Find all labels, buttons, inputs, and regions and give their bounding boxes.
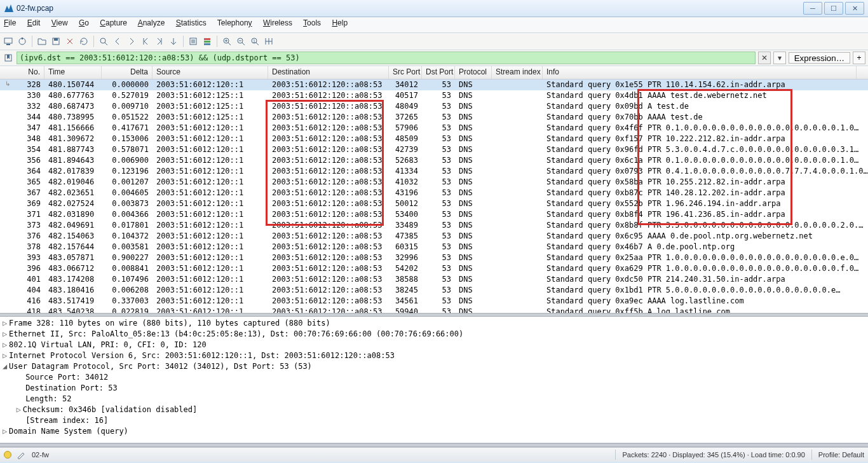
col-delta[interactable]: Delta — [102, 66, 153, 79]
packet-row[interactable]: 365482.0190460.0012072003:51:6012:120::1… — [0, 177, 868, 188]
menu-file[interactable]: File — [4, 18, 16, 27]
packet-row[interactable]: 376482.1540630.1043722003:51:6012:120::1… — [0, 231, 868, 242]
detail-eth[interactable]: ▷Ethernet II, Src: PaloAlto_05:8e:13 (b4… — [3, 329, 865, 340]
packet-row[interactable]: 348481.3096720.1530062003:51:6012:120::1… — [0, 134, 868, 144]
col-dstport[interactable]: Dst Port — [422, 66, 455, 79]
packet-row[interactable]: 416483.5174190.3370032003:51:6012:120::1… — [0, 296, 868, 307]
col-stream[interactable]: Stream index — [492, 66, 543, 79]
menu-tools[interactable]: Tools — [303, 18, 321, 27]
goto-first-icon[interactable] — [140, 36, 151, 47]
window-title: 02-fw.pcap — [17, 4, 803, 13]
toolbar: 1 — [0, 33, 868, 50]
zoom-reset-icon[interactable]: 1 — [249, 36, 261, 47]
svg-rect-0 — [4, 38, 12, 43]
menu-capture[interactable]: Capture — [100, 18, 127, 27]
goto-last-icon[interactable] — [154, 36, 165, 47]
svg-rect-5 — [54, 38, 58, 41]
reload-icon[interactable] — [78, 36, 90, 47]
packet-row[interactable]: 347481.1566660.4176712003:51:6012:120::1… — [0, 123, 868, 134]
goto-packet-icon[interactable] — [168, 36, 179, 47]
packet-row[interactable]: 393483.0578710.9002272003:51:6012:120::1… — [0, 252, 868, 263]
packet-rows[interactable]: 328480.1507440.0000002003:51:6012:120::1… — [0, 79, 868, 313]
minimize-button[interactable]: ─ — [803, 2, 822, 15]
maximize-button[interactable]: ☐ — [824, 2, 843, 15]
colorize-icon[interactable] — [201, 36, 213, 47]
menu-edit[interactable]: Edit — [27, 18, 41, 27]
packet-row[interactable]: 367482.0236510.0046052003:51:6012:120::1… — [0, 188, 868, 198]
packet-row[interactable]: 328480.1507440.0000002003:51:6012:120::1… — [0, 79, 868, 90]
resize-columns-icon[interactable] — [263, 36, 275, 47]
menu-analyze[interactable]: Analyze — [138, 18, 165, 27]
filter-dropdown-button[interactable]: ▾ — [773, 52, 786, 64]
packet-row[interactable]: 418483.5402380.0228192003:51:6012:120::1… — [0, 307, 868, 313]
packet-list-header[interactable]: No. Time Delta Source Destination Src Po… — [0, 66, 868, 79]
packet-row[interactable]: 401483.1742080.1074962003:51:6012:120::1… — [0, 274, 868, 285]
detail-udp-stream[interactable]: [Stream index: 16] — [3, 415, 865, 426]
status-profile[interactable]: Profile: Default — [818, 451, 864, 459]
filterbar: ✕ ▾ Expression… + — [0, 50, 868, 66]
goto-arrow-icon: ↳ — [5, 80, 10, 87]
packet-row[interactable]: 356481.8946430.0069002003:51:6012:120::1… — [0, 155, 868, 166]
capture-comment-icon[interactable] — [17, 450, 25, 459]
bookmark-filter-icon[interactable] — [3, 52, 14, 64]
menu-view[interactable]: View — [51, 18, 68, 27]
svg-rect-9 — [204, 41, 210, 43]
display-filter-input[interactable] — [17, 52, 756, 64]
col-srcport[interactable]: Src Port — [389, 66, 422, 79]
packet-row[interactable]: 373482.0496910.0178012003:51:6012:120::1… — [0, 220, 868, 231]
packet-row[interactable]: 396483.0667120.0088412003:51:6012:120::1… — [0, 263, 868, 274]
packet-row[interactable]: 364482.0178390.1231962003:51:6012:120::1… — [0, 166, 868, 177]
detail-ipv6[interactable]: ▷Internet Protocol Version 6, Src: 2003:… — [3, 350, 865, 361]
autoscroll-icon[interactable] — [187, 36, 199, 47]
clear-filter-button[interactable]: ✕ — [758, 52, 771, 64]
col-protocol[interactable]: Protocol — [455, 66, 492, 79]
packet-row[interactable]: 371482.0318900.0043662003:51:6012:120::1… — [0, 209, 868, 220]
detail-vlan[interactable]: ▷802.1Q Virtual LAN, PRI: 0, CFI: 0, ID:… — [3, 340, 865, 350]
detail-udp-checksum[interactable]: ▷Checksum: 0x346b [validation disabled] — [3, 404, 865, 415]
packet-row[interactable]: 369482.0275240.0038732003:51:6012:120::1… — [0, 198, 868, 209]
zoom-out-icon[interactable] — [235, 36, 247, 47]
capture-options-icon[interactable] — [17, 36, 28, 47]
svg-rect-8 — [204, 38, 210, 40]
expression-button[interactable]: Expression… — [789, 52, 850, 64]
menu-help[interactable]: Help — [332, 18, 348, 27]
detail-frame[interactable]: ▷Frame 328: 110 bytes on wire (880 bits)… — [3, 318, 865, 329]
close-file-icon[interactable] — [64, 36, 76, 47]
packet-row[interactable]: 332480.6874730.0097102003:51:6012:125::1… — [0, 101, 868, 112]
col-time[interactable]: Time — [44, 66, 102, 79]
menubar: File Edit View Go Capture Analyze Statis… — [0, 17, 868, 33]
packet-row[interactable]: 344480.7389950.0515222003:51:6012:125::1… — [0, 112, 868, 123]
detail-dns[interactable]: ▷Domain Name System (query) — [3, 426, 865, 437]
packet-details-pane[interactable]: ▷Frame 328: 110 bytes on wire (880 bits)… — [0, 317, 868, 443]
packet-row[interactable]: 354481.8877430.5780712003:51:6012:120::1… — [0, 144, 868, 155]
expert-info-led-icon[interactable] — [4, 451, 11, 459]
packet-row[interactable]: 330480.6777630.5270192003:51:6012:125::1… — [0, 90, 868, 101]
detail-udp-srcport[interactable]: Source Port: 34012 — [3, 372, 865, 383]
svg-point-6 — [100, 38, 105, 43]
detail-udp-dstport[interactable]: Destination Port: 53 — [3, 383, 865, 394]
save-icon[interactable] — [50, 36, 62, 47]
menu-telephony[interactable]: Telephony — [217, 18, 252, 27]
open-icon[interactable] — [36, 36, 48, 47]
packet-list-pane: ↳ No. Time Delta Source Destination Src … — [0, 66, 868, 313]
col-info[interactable]: Info — [543, 66, 857, 79]
zoom-in-icon[interactable] — [221, 36, 233, 47]
packet-row[interactable]: 404483.1804160.0062082003:51:6012:120::1… — [0, 285, 868, 296]
menu-go[interactable]: Go — [79, 18, 89, 27]
find-icon[interactable] — [98, 36, 109, 47]
detail-udp-length[interactable]: Length: 52 — [3, 394, 865, 404]
detail-udp[interactable]: ◢User Datagram Protocol, Src Port: 34012… — [3, 361, 865, 372]
add-filter-button[interactable]: + — [853, 52, 865, 64]
menu-statistics[interactable]: Statistics — [176, 18, 207, 27]
prev-icon[interactable] — [112, 36, 123, 47]
col-no[interactable]: No. — [0, 66, 44, 79]
svg-rect-10 — [204, 43, 210, 45]
interfaces-icon[interactable] — [3, 36, 14, 47]
col-source[interactable]: Source — [153, 66, 268, 79]
col-destination[interactable]: Destination — [268, 66, 389, 79]
close-button[interactable]: ✕ — [845, 2, 864, 15]
next-icon[interactable] — [126, 36, 137, 47]
menu-wireless[interactable]: Wireless — [263, 18, 292, 27]
packet-row[interactable]: 378482.1576440.0035812003:51:6012:120::1… — [0, 242, 868, 252]
status-packets: Packets: 2240 · Displayed: 345 (15.4%) ·… — [622, 451, 804, 459]
